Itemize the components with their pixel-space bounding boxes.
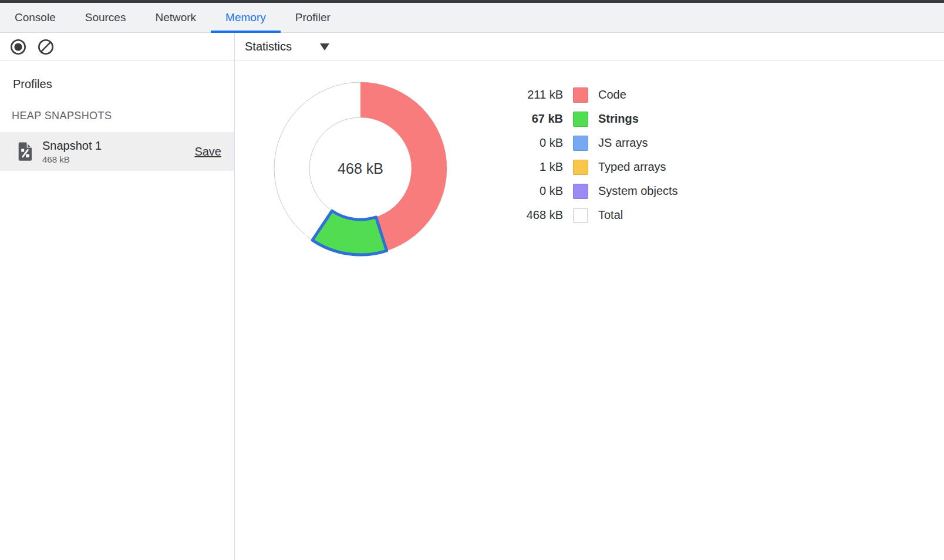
tab-network[interactable]: Network bbox=[140, 3, 211, 32]
legend-value: 468 kB bbox=[496, 208, 563, 222]
tab-memory[interactable]: Memory bbox=[211, 3, 281, 32]
dropdown-caret-icon bbox=[320, 43, 329, 50]
heap-snapshots-section-title: HEAP SNAPSHOTS bbox=[12, 110, 234, 122]
tab-profiler[interactable]: Profiler bbox=[281, 3, 345, 32]
snapshot-size: 468 kB bbox=[42, 154, 102, 164]
snapshot-info: Snapshot 1 468 kB bbox=[42, 139, 102, 164]
perspective-select[interactable]: Statistics bbox=[245, 40, 329, 53]
legend-label: Strings bbox=[598, 112, 639, 126]
legend-swatch-typed-arrays bbox=[573, 160, 588, 175]
clear-profiles-button[interactable] bbox=[38, 39, 54, 55]
profiles-title: Profiles bbox=[13, 77, 234, 91]
record-heap-snapshot-button[interactable] bbox=[10, 39, 26, 55]
devtools-tabbar: ConsoleSourcesNetworkMemoryProfiler bbox=[0, 3, 944, 33]
heap-snapshot-file-icon bbox=[18, 141, 33, 161]
legend-row-typed-arrays[interactable]: 1 kBTyped arrays bbox=[496, 155, 678, 179]
legend-swatch-js-arrays bbox=[573, 136, 588, 151]
memory-donut-chart[interactable]: 468 kB bbox=[261, 69, 460, 268]
legend-label: JS arrays bbox=[598, 136, 648, 150]
legend-value: 67 kB bbox=[496, 112, 563, 126]
chart-legend: 211 kBCode67 kBStrings0 kBJS arrays1 kBT… bbox=[496, 83, 678, 227]
save-snapshot-link[interactable]: Save bbox=[194, 145, 221, 158]
legend-value: 0 kB bbox=[496, 136, 563, 150]
snapshot-name: Snapshot 1 bbox=[42, 139, 102, 153]
legend-row-total[interactable]: 468 kBTotal bbox=[496, 203, 678, 227]
legend-label: Code bbox=[598, 88, 626, 102]
snapshot-list-item[interactable]: Snapshot 1 468 kB Save bbox=[0, 132, 234, 171]
legend-swatch-total bbox=[573, 208, 588, 223]
legend-row-strings[interactable]: 67 kBStrings bbox=[496, 107, 678, 131]
view-toolbar: Statistics bbox=[235, 33, 944, 61]
legend-label: Total bbox=[598, 208, 623, 222]
donut-center-total-label: 468 kB bbox=[338, 160, 383, 177]
memory-panel-toolbar: Statistics bbox=[0, 33, 944, 61]
legend-swatch-strings bbox=[573, 112, 588, 127]
perspective-select-value: Statistics bbox=[245, 40, 292, 53]
legend-value: 0 kB bbox=[496, 184, 563, 198]
profiles-toolbar bbox=[0, 33, 235, 61]
profiles-sidebar: Profiles HEAP SNAPSHOTS Snapshot 1 468 k… bbox=[0, 61, 235, 560]
legend-label: System objects bbox=[598, 184, 678, 198]
tab-console[interactable]: Console bbox=[0, 3, 70, 32]
legend-swatch-code bbox=[573, 87, 588, 103]
panel-body: Profiles HEAP SNAPSHOTS Snapshot 1 468 k… bbox=[0, 61, 944, 560]
tab-sources[interactable]: Sources bbox=[70, 3, 141, 32]
statistics-view: 468 kB 211 kBCode67 kBStrings0 kBJS arra… bbox=[235, 61, 944, 560]
record-icon bbox=[10, 39, 26, 55]
block-icon bbox=[38, 39, 54, 55]
donut-slice-selected-highlight[interactable] bbox=[312, 211, 387, 255]
legend-row-system-objects[interactable]: 0 kBSystem objects bbox=[496, 179, 678, 203]
legend-value: 211 kB bbox=[496, 88, 563, 102]
legend-value: 1 kB bbox=[496, 160, 563, 174]
legend-swatch-system-objects bbox=[573, 184, 588, 199]
legend-row-code[interactable]: 211 kBCode bbox=[496, 83, 678, 107]
legend-label: Typed arrays bbox=[598, 160, 666, 174]
legend-row-js-arrays[interactable]: 0 kBJS arrays bbox=[496, 131, 678, 155]
